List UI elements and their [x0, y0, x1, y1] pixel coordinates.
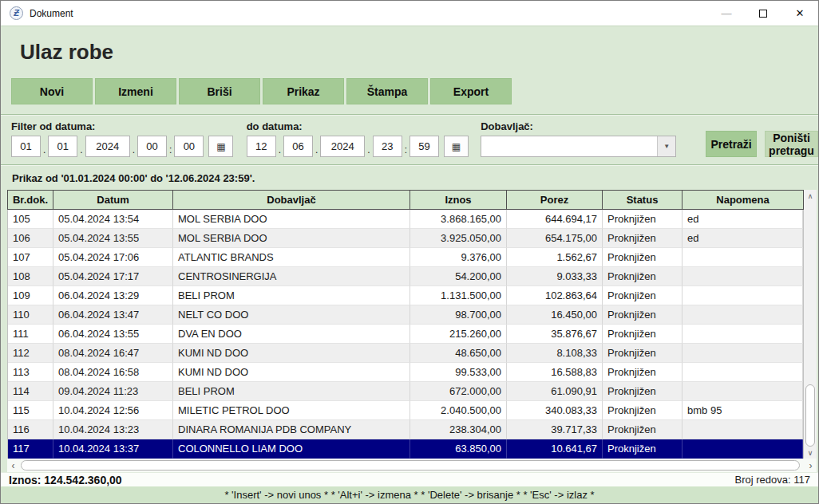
app-icon: Ƶ [10, 6, 23, 20]
cell-datum: 10.04.2024 12:56 [53, 401, 173, 420]
cell-brdok: 109 [8, 286, 53, 305]
col-header-dobavljac[interactable]: Dobavljač [173, 191, 410, 209]
col-header-brdok[interactable]: Br.dok. [8, 191, 53, 209]
cell-status: Proknjižen [603, 229, 682, 248]
table-row[interactable]: 106 05.04.2024 13:55 MOL SERBIA DOO 3.92… [8, 229, 803, 248]
cell-datum: 06.04.2024 13:47 [53, 305, 173, 325]
horizontal-scroll-thumb[interactable] [21, 460, 800, 471]
maximize-button[interactable] [745, 1, 781, 26]
from-hour-input[interactable] [137, 136, 167, 157]
cell-datum: 08.04.2024 16:58 [53, 363, 173, 382]
cell-datum: 05.04.2024 17:06 [53, 248, 173, 267]
scroll-left-icon[interactable]: ‹ [7, 460, 19, 471]
table-row[interactable]: 113 08.04.2024 16:58 KUMI ND DOO 99.533,… [8, 363, 803, 382]
cell-dobavljac: BELI PROM [173, 286, 410, 305]
vertical-scrollbar[interactable]: ∧ ∨ [804, 190, 817, 459]
scroll-up-icon[interactable]: ∧ [804, 190, 817, 202]
supplier-label: Dobavljač: [481, 120, 676, 132]
table-row[interactable]: 116 10.04.2024 13:23 DINARA ROMANIJA PDB… [8, 420, 803, 439]
cell-napomena [682, 344, 803, 363]
col-header-datum[interactable]: Datum [53, 191, 173, 209]
horizontal-scroll-track[interactable] [19, 459, 805, 471]
to-day-input[interactable] [247, 136, 276, 157]
cell-dobavljac: NELT CO DOO [173, 305, 410, 325]
cell-status: Proknjižen [603, 439, 682, 459]
table-row[interactable]: 109 06.04.2024 13:29 BELI PROM 1.131.500… [8, 286, 803, 305]
document-table: Br.dok. Datum Dobavljač Iznos Porez Stat… [7, 190, 817, 459]
cell-napomena [682, 325, 803, 344]
cell-status: Proknjižen [603, 248, 682, 267]
from-day-input[interactable] [11, 136, 41, 157]
cell-dobavljac: COLONNELLO LIAM DOO [173, 439, 410, 459]
table-row[interactable]: 105 05.04.2024 13:54 MOL SERBIA DOO 3.86… [8, 210, 803, 229]
from-minute-input[interactable] [174, 136, 204, 157]
date-sep: . [80, 144, 82, 156]
date-sep: . [279, 144, 281, 156]
table-row[interactable]: 115 10.04.2024 12:56 MILETIC PETROL DOO … [8, 401, 803, 420]
cell-dobavljac: MOL SERBIA DOO [173, 210, 410, 229]
from-month-input[interactable] [48, 136, 77, 157]
scroll-down-icon[interactable]: ∨ [804, 447, 817, 459]
stampa-button[interactable]: Štampa [346, 78, 428, 104]
izmeni-button[interactable]: Izmeni [95, 78, 176, 104]
cell-porez: 10.641,67 [507, 439, 603, 459]
to-year-input[interactable] [320, 136, 365, 157]
table-row[interactable]: 110 06.04.2024 13:47 NELT CO DOO 98.700,… [8, 305, 803, 325]
pretrazi-button[interactable]: Pretraži [706, 131, 757, 157]
filter-to-group: do datuma: . . . : ▦ [247, 120, 469, 157]
cell-porez: 61.090,91 [507, 382, 603, 401]
col-header-napomena[interactable]: Napomena [682, 191, 803, 209]
to-month-input[interactable] [283, 136, 313, 157]
novi-button[interactable]: Novi [11, 78, 93, 104]
filter-from-label: Filter od datuma: [11, 120, 233, 132]
prikaz-button[interactable]: Prikaz [263, 78, 344, 104]
table-body: 105 05.04.2024 13:54 MOL SERBIA DOO 3.86… [7, 210, 804, 459]
cell-dobavljac: CENTROSINERGIJA [173, 267, 410, 286]
vertical-scroll-track[interactable] [804, 202, 817, 447]
close-button[interactable]: ✕ [781, 1, 818, 26]
cell-datum: 09.04.2024 11:23 [53, 382, 173, 401]
table-row[interactable]: 108 05.04.2024 17:17 CENTROSINERGIJA 54.… [8, 267, 803, 286]
col-header-iznos[interactable]: Iznos [410, 191, 507, 209]
table-row[interactable]: 107 05.04.2024 17:06 ATLANTIC BRANDS 9.3… [8, 248, 803, 267]
export-button[interactable]: Export [430, 78, 512, 104]
brisi-button[interactable]: Briši [179, 78, 260, 104]
time-sep: : [405, 144, 407, 156]
vertical-scroll-thumb[interactable] [805, 384, 815, 447]
to-calendar-button[interactable]: ▦ [444, 136, 469, 157]
minimize-button[interactable]: — [708, 1, 745, 26]
scroll-right-icon[interactable]: › [805, 460, 817, 471]
date-sep: . [367, 144, 370, 156]
cell-brdok: 116 [8, 420, 53, 439]
col-header-porez[interactable]: Porez [507, 191, 603, 209]
cell-status: Proknjižen [603, 267, 682, 286]
table-row[interactable]: 112 08.04.2024 16:47 KUMI ND DOO 48.650,… [8, 344, 803, 363]
supplier-input[interactable] [481, 136, 657, 156]
cell-iznos: 3.868.165,00 [410, 210, 507, 229]
cell-status: Proknjižen [603, 420, 682, 439]
table-row[interactable]: 117 10.04.2024 13:37 COLONNELLO LIAM DOO… [8, 439, 803, 459]
titlebar: Ƶ Dokument — ✕ [1, 1, 818, 26]
cell-napomena [682, 248, 803, 267]
cell-iznos: 48.650,00 [410, 344, 507, 363]
cell-dobavljac: DINARA ROMANIJA PDB COMPANY [173, 420, 410, 439]
cell-datum: 05.04.2024 17:17 [53, 267, 173, 286]
cell-porez: 654.175,00 [507, 229, 603, 248]
cell-iznos: 54.200,00 [410, 267, 507, 286]
from-calendar-button[interactable]: ▦ [208, 136, 233, 157]
to-hour-input[interactable] [373, 136, 402, 157]
table-row[interactable]: 114 09.04.2024 11:23 BELI PROM 672.000,0… [8, 382, 803, 401]
cell-datum: 10.04.2024 13:37 [53, 439, 173, 459]
table-row[interactable]: 111 06.04.2024 13:55 DVA EN DOO 215.260,… [8, 325, 803, 344]
cell-status: Proknjižen [603, 325, 682, 344]
from-year-input[interactable] [85, 136, 130, 157]
horizontal-scrollbar[interactable]: ‹ › [7, 459, 817, 472]
supplier-combobox[interactable]: ▼ [481, 136, 676, 157]
time-sep: : [169, 144, 172, 156]
col-header-status[interactable]: Status [603, 191, 682, 209]
supplier-dropdown-button[interactable]: ▼ [657, 136, 675, 156]
cell-napomena: ed [682, 229, 803, 248]
cell-porez: 1.562,67 [507, 248, 603, 267]
to-minute-input[interactable] [410, 136, 439, 157]
ponisti-pretragu-button[interactable]: Poništi pretragu [765, 131, 818, 157]
